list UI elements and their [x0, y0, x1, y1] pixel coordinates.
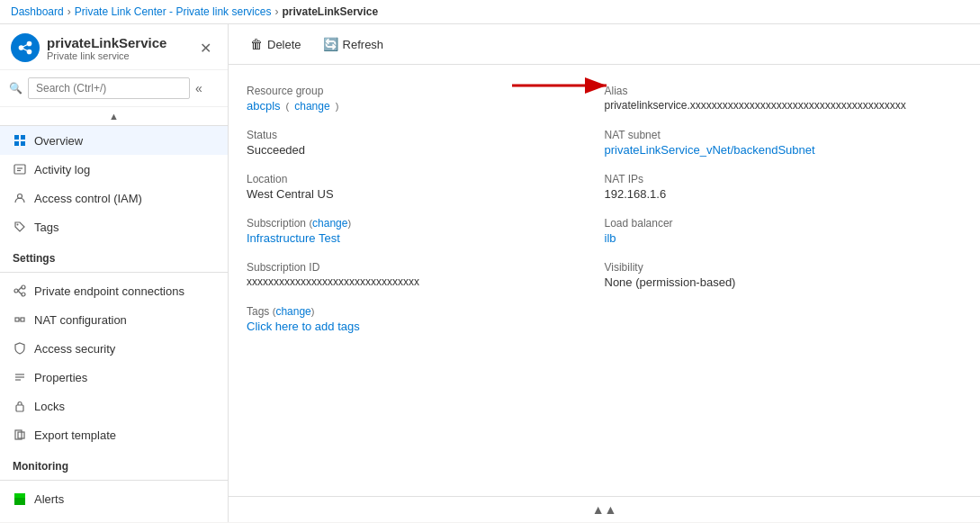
prop-alias-value: privatelinkservice.xxxxxxxxxxxxxxxxxxxxx…	[605, 99, 963, 112]
subscription-change-link[interactable]: change	[312, 217, 347, 230]
access-control-icon	[13, 191, 27, 205]
sidebar-item-activity-log[interactable]: Activity log	[0, 155, 228, 184]
svg-rect-5	[14, 135, 19, 140]
private-endpoint-icon	[13, 284, 27, 298]
svg-rect-25	[16, 405, 23, 411]
prop-tags-label: Tags (change)	[247, 305, 605, 318]
collapse-sidebar-button[interactable]: «	[195, 81, 202, 95]
sidebar-item-access-control[interactable]: Access control (IAM)	[0, 184, 228, 212]
svg-point-13	[17, 224, 19, 226]
prop-tags: Tags (change) Click here to add tags	[247, 300, 605, 344]
nat-config-icon	[13, 312, 27, 327]
prop-tags-add-link[interactable]: Click here to add tags	[247, 320, 360, 333]
prop-resource-group-value[interactable]: abcpls	[247, 99, 281, 113]
breadcrumb-item-current: privateLinkService	[282, 5, 378, 18]
prop-nat-subnet-value[interactable]: privateLinkService_vNet/backendSubnet	[605, 143, 815, 157]
resource-subtitle: Private link service	[47, 50, 166, 61]
search-input[interactable]	[28, 77, 190, 99]
sidebar-item-overview-label: Overview	[34, 134, 83, 148]
prop-status-label: Status	[247, 129, 605, 141]
sidebar-item-access-security[interactable]: Access security	[0, 334, 228, 363]
settings-divider	[0, 272, 228, 273]
prop-resource-group: Resource group abcpls (change)	[247, 79, 605, 123]
prop-visibility-value: None (permission-based)	[605, 275, 963, 289]
prop-subscription-label: Subscription (change)	[247, 217, 605, 230]
properties-grid: Resource group abcpls (change) Alias pri…	[229, 65, 980, 496]
svg-rect-29	[14, 493, 25, 498]
prop-nat-ips-label: NAT IPs	[605, 173, 963, 185]
sidebar-item-nat-config[interactable]: NAT configuration	[0, 305, 228, 334]
svg-rect-28	[14, 498, 25, 505]
prop-subscription-id-label: Subscription ID	[247, 261, 605, 274]
prop-nat-subnet: NAT subnet privateLinkService_vNet/backe…	[605, 123, 963, 167]
prop-subscription-id-value: xxxxxxxxxxxxxxxxxxxxxxxxxxxxxxxx	[247, 275, 605, 288]
prop-load-balancer: Load balancer ilb	[605, 212, 963, 256]
prop-subscription-value[interactable]: Infrastructure Test	[247, 231, 340, 245]
monitoring-divider	[0, 480, 228, 481]
sidebar-item-properties-label: Properties	[34, 371, 87, 384]
sidebar-item-alerts[interactable]: Alerts	[0, 484, 228, 513]
sidebar-item-tags[interactable]: Tags	[0, 212, 228, 241]
prop-load-balancer-value[interactable]: ilb	[605, 231, 616, 245]
svg-rect-7	[14, 141, 19, 146]
breadcrumb-sep-1: ›	[67, 5, 71, 18]
sidebar-item-export-template[interactable]: Export template	[0, 420, 228, 449]
prop-load-balancer-label: Load balancer	[605, 217, 963, 230]
sidebar-item-export-template-label: Export template	[34, 428, 116, 442]
collapse-section: ▲▲	[229, 496, 980, 522]
refresh-label: Refresh	[343, 38, 384, 51]
prop-location-label: Location	[247, 173, 605, 185]
prop-subscription: Subscription (change) Infrastructure Tes…	[247, 212, 605, 256]
svg-rect-8	[21, 141, 25, 146]
sidebar-item-alerts-label: Alerts	[34, 492, 64, 506]
prop-nat-ips-value: 192.168.1.6	[605, 187, 963, 201]
sidebar-item-properties[interactable]: Properties	[0, 363, 228, 392]
svg-point-14	[14, 289, 18, 293]
prop-tags-right-empty	[605, 300, 963, 344]
sidebar-item-private-endpoint-label: Private endpoint connections	[34, 284, 184, 298]
settings-section-label: Settings	[0, 241, 228, 268]
access-security-icon	[13, 341, 27, 356]
prop-alias-label: Alias	[605, 85, 963, 97]
sidebar-item-locks-label: Locks	[34, 400, 65, 413]
export-template-icon	[13, 428, 27, 442]
prop-subscription-id: Subscription ID xxxxxxxxxxxxxxxxxxxxxxxx…	[247, 256, 605, 300]
prop-status-value: Succeeded	[247, 143, 605, 157]
svg-line-17	[18, 287, 22, 291]
locks-icon	[13, 399, 27, 413]
tags-change-link[interactable]: change	[275, 305, 310, 318]
breadcrumb-item-dashboard[interactable]: Dashboard	[11, 5, 64, 18]
resource-title: privateLinkService	[47, 35, 166, 50]
collapse-button[interactable]: ▲▲	[592, 502, 617, 517]
delete-label: Delete	[267, 38, 301, 51]
svg-point-16	[22, 293, 25, 296]
sidebar-item-locks[interactable]: Locks	[0, 392, 228, 420]
metrics-icon	[13, 520, 27, 522]
prop-nat-ips: NAT IPs 192.168.1.6	[605, 167, 963, 212]
breadcrumb-item-private-link[interactable]: Private Link Center - Private link servi…	[75, 5, 272, 18]
sidebar-item-activity-log-label: Activity log	[34, 163, 90, 176]
sidebar-item-private-endpoint[interactable]: Private endpoint connections	[0, 276, 228, 305]
sidebar-item-overview[interactable]: Overview	[0, 126, 228, 155]
prop-alias: Alias privatelinkservice.xxxxxxxxxxxxxxx…	[605, 79, 963, 123]
svg-rect-19	[15, 318, 19, 321]
monitoring-section-label: Monitoring	[0, 449, 228, 476]
sidebar-item-access-security-label: Access security	[34, 342, 115, 356]
breadcrumb: Dashboard › Private Link Center - Privat…	[0, 0, 980, 24]
delete-button[interactable]: 🗑 Delete	[243, 33, 309, 55]
close-button[interactable]: ✕	[194, 38, 217, 59]
sidebar-item-nat-config-label: NAT configuration	[34, 313, 127, 327]
resource-group-change-link[interactable]: change	[294, 100, 329, 113]
content-area: 🗑 Delete 🔄 Refresh	[229, 24, 980, 522]
svg-point-15	[22, 285, 25, 289]
svg-rect-6	[21, 135, 25, 140]
sidebar-item-metrics[interactable]: Metrics	[0, 513, 228, 522]
scroll-up-button[interactable]: ▲	[107, 109, 121, 123]
svg-rect-20	[21, 318, 24, 321]
prop-resource-group-label: Resource group	[247, 85, 605, 97]
delete-icon: 🗑	[250, 37, 263, 51]
sidebar-item-metrics-label: Metrics	[34, 521, 72, 523]
overview-icon	[13, 133, 27, 148]
properties-icon	[13, 370, 27, 384]
refresh-button[interactable]: 🔄 Refresh	[316, 33, 391, 55]
